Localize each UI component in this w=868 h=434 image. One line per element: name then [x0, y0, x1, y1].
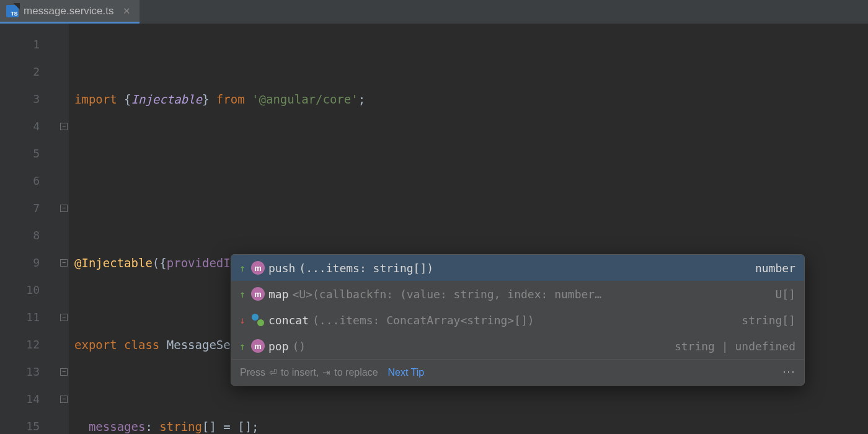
line-number: 14	[0, 386, 40, 413]
line-number: 1	[0, 31, 40, 58]
line-number: 15	[0, 413, 40, 434]
completion-signature: ()	[293, 340, 306, 353]
completion-item[interactable]: ↓ concat(...items: ConcatArray<string>[]…	[231, 307, 804, 333]
completion-signature: (...items: ConcatArray<string>[])	[312, 314, 534, 327]
rank-up-icon: ↑	[237, 288, 247, 300]
tab-filename: message.service.ts	[24, 5, 114, 17]
file-tab[interactable]: TS message.service.ts ✕	[0, 0, 140, 24]
completion-name: push	[268, 262, 295, 275]
line-number: 2	[0, 58, 40, 86]
completion-return-type: string[]	[742, 314, 795, 327]
fold-toggle-icon[interactable]: −	[60, 205, 68, 212]
typescript-file-icon: TS	[6, 5, 19, 17]
line-number: 8	[0, 222, 40, 249]
method-kind-icon: m	[251, 261, 265, 275]
method-kind-icon: m	[251, 287, 265, 301]
line-number: 7	[0, 195, 40, 222]
completion-popup: ↑ m push(...items: string[]) number ↑ m …	[231, 254, 805, 386]
completion-return-type: string | undefined	[675, 340, 795, 353]
completion-name: concat	[268, 314, 309, 327]
line-number: 5	[0, 140, 40, 167]
code-line[interactable]: import {Injectable} from '@angular/core'…	[69, 86, 868, 113]
line-number: 3	[0, 86, 40, 113]
line-number: 10	[0, 277, 40, 304]
footer-hint: to replace	[334, 367, 378, 378]
completion-footer: Press ⏎ to insert, ⇥ to replace Next Tip…	[231, 359, 804, 385]
completion-return-type: U[]	[775, 288, 795, 301]
footer-hint: to insert,	[281, 367, 319, 378]
completion-item[interactable]: ↑ m pop() string | undefined	[231, 333, 804, 359]
code-line[interactable]: messages: string[] = [];	[69, 413, 868, 434]
fold-toggle-icon[interactable]: −	[60, 314, 68, 321]
line-number: 11	[0, 304, 40, 331]
next-tip-link[interactable]: Next Tip	[388, 367, 425, 378]
fold-toggle-icon[interactable]: −	[60, 368, 68, 376]
fold-toggle-icon[interactable]: −	[60, 259, 68, 267]
fold-toggle-icon[interactable]: −	[60, 123, 68, 130]
line-number: 4	[0, 113, 40, 140]
fold-gutter: − − − − − −	[40, 24, 69, 434]
tab-bar: TS message.service.ts ✕	[0, 0, 868, 24]
code-line[interactable]	[69, 167, 868, 195]
line-number: 13	[0, 358, 40, 386]
more-options-icon[interactable]: ⋮	[783, 366, 795, 379]
line-number-gutter: 1 2 3 4 5 6 7 8 9 10 11 12 13 14 15	[0, 24, 40, 434]
rank-up-icon: ↑	[237, 340, 247, 352]
completion-name: pop	[268, 340, 289, 353]
fold-toggle-icon[interactable]: −	[60, 396, 68, 403]
completion-item[interactable]: ↑ m push(...items: string[]) number	[231, 255, 804, 281]
tab-key-icon: ⇥	[322, 367, 330, 378]
completion-signature: <U>(callbackfn: (value: string, index: n…	[293, 288, 602, 301]
rank-down-icon: ↓	[237, 314, 247, 326]
rank-up-icon: ↑	[237, 262, 247, 274]
line-number: 9	[0, 249, 40, 277]
enter-key-icon: ⏎	[269, 367, 277, 378]
concat-kind-icon	[251, 313, 265, 327]
completion-name: map	[268, 288, 289, 301]
completion-return-type: number	[755, 262, 795, 275]
completion-signature: (...items: string[])	[299, 262, 433, 275]
close-icon[interactable]: ✕	[123, 6, 131, 17]
completion-item[interactable]: ↑ m map<U>(callbackfn: (value: string, i…	[231, 281, 804, 307]
line-number: 12	[0, 331, 40, 358]
footer-hint: Press	[240, 367, 265, 378]
method-kind-icon: m	[251, 339, 265, 353]
line-number: 6	[0, 167, 40, 195]
